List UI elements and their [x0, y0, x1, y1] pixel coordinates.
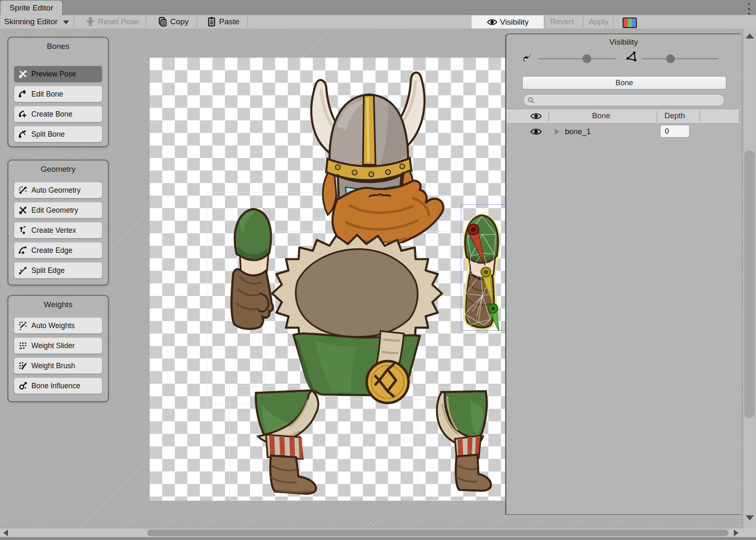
create-vertex-button[interactable]: Create Vertex	[14, 222, 102, 238]
kebab-menu-icon[interactable]	[746, 2, 752, 15]
tab-sprite-editor[interactable]: Sprite Editor	[0, 0, 63, 15]
bone-influence-label: Bone Influence	[31, 382, 80, 390]
auto-geometry-label: Auto Geometry	[31, 186, 81, 195]
search-input[interactable]	[537, 96, 720, 104]
preview-pose-icon	[18, 69, 28, 79]
weight-slider-icon	[18, 341, 28, 350]
mesh-opacity-slider-track[interactable]	[642, 58, 718, 59]
scroll-right-icon[interactable]	[734, 530, 738, 536]
split-bone-button[interactable]: Split Bone	[14, 126, 102, 142]
weights-panel-title: Weights	[14, 299, 102, 310]
auto-geometry-icon	[18, 186, 28, 195]
vertical-scrollbar[interactable]	[743, 28, 756, 528]
eye-icon	[487, 18, 498, 26]
sprite-canvas[interactable]	[150, 58, 505, 501]
split-bone-label: Split Bone	[31, 130, 65, 139]
mesh-opacity-icon	[625, 51, 638, 64]
person-icon	[86, 17, 95, 27]
scroll-left-icon[interactable]	[3, 530, 8, 536]
auto-geometry-button[interactable]: Auto Geometry	[14, 182, 102, 198]
bottom-strip	[0, 537, 756, 540]
copy-label: Copy	[170, 17, 189, 26]
auto-weights-icon	[18, 321, 28, 330]
preview-pose-button[interactable]: Preview Pose	[14, 66, 102, 82]
chevron-down-icon	[63, 20, 69, 24]
bone-opacity-slider-track[interactable]	[539, 58, 616, 59]
search-box[interactable]	[523, 94, 725, 106]
mode-dropdown[interactable]: Skinning Editor	[4, 15, 69, 28]
edit-bone-button[interactable]: Edit Bone	[14, 86, 102, 102]
weights-panel: Weights Auto Weights	[8, 295, 109, 402]
sprite-left-leg[interactable]	[249, 388, 335, 497]
bone-influence-icon	[18, 381, 28, 390]
bones-panel: Bones Preview Pose Edit	[8, 37, 109, 147]
toolbar-separator	[583, 16, 583, 28]
create-edge-icon	[18, 246, 28, 255]
visibility-toggle-button[interactable]: Visibility	[472, 15, 544, 28]
auto-weights-button[interactable]: Auto Weights	[14, 318, 102, 334]
weight-brush-button[interactable]: Weight Brush	[14, 358, 102, 374]
split-edge-button[interactable]: Split Edge	[14, 262, 102, 278]
scroll-down-icon[interactable]	[746, 515, 754, 520]
blue-channel-icon	[632, 18, 636, 27]
toolbar: Skinning Editor Reset Pose Copy	[0, 15, 756, 29]
depth-input[interactable]	[660, 125, 690, 138]
bone-influence-button[interactable]: Bone Influence	[14, 378, 102, 394]
geometry-panel-title: Geometry	[14, 164, 102, 175]
create-bone-button[interactable]: Create Bone	[14, 106, 102, 122]
table-header: Bone Depth	[506, 109, 739, 124]
horizontal-scrollbar-thumb[interactable]	[147, 530, 728, 536]
weight-slider-button[interactable]: Weight Slider	[14, 338, 102, 354]
create-bone-label: Create Bone	[31, 110, 72, 119]
expand-triangle-icon[interactable]	[555, 128, 559, 135]
apply-button[interactable]: Apply	[589, 15, 609, 28]
toolbar-separator	[197, 16, 197, 28]
red-channel-icon	[623, 18, 628, 27]
bone-opacity-slider-knob[interactable]	[582, 54, 591, 63]
sprite-arm-skinned[interactable]	[458, 211, 505, 332]
split-bone-icon	[18, 130, 28, 139]
sprite-head-helmet[interactable]	[288, 64, 451, 243]
toolbar-separator	[146, 16, 146, 28]
weight-brush-icon	[18, 361, 28, 370]
split-edge-icon	[18, 266, 28, 275]
edit-bone-label: Edit Bone	[31, 90, 63, 99]
bone-column-header[interactable]: Bone	[592, 111, 610, 120]
sprite-torso[interactable]	[268, 231, 448, 406]
copy-icon	[158, 17, 167, 27]
reset-pose-button[interactable]: Reset Pose	[86, 15, 139, 28]
edit-geometry-button[interactable]: Edit Geometry	[14, 202, 102, 218]
tab-title: Sprite Editor	[10, 3, 54, 13]
create-edge-label: Create Edge	[31, 246, 72, 255]
mode-dropdown-label: Skinning Editor	[4, 17, 58, 26]
revert-button[interactable]: Revert	[550, 15, 574, 28]
bones-panel-title: Bones	[14, 41, 102, 52]
paste-button[interactable]: Paste	[207, 15, 240, 28]
split-edge-label: Split Edge	[31, 266, 65, 275]
copy-button[interactable]: Copy	[158, 15, 189, 28]
bone-category-button[interactable]: Bone	[522, 76, 726, 89]
color-channels-button[interactable]	[623, 18, 637, 28]
paste-icon	[207, 17, 216, 27]
sprite-right-leg[interactable]	[429, 389, 493, 494]
toolbar-separator	[613, 16, 613, 28]
reset-pose-label: Reset Pose	[98, 17, 139, 26]
create-edge-button[interactable]: Create Edge	[14, 242, 102, 258]
weight-slider-label: Weight Slider	[31, 341, 75, 350]
vertical-scrollbar-thumb[interactable]	[744, 150, 755, 418]
depth-column-header[interactable]: Depth	[664, 111, 685, 120]
horizontal-scrollbar[interactable]	[0, 528, 743, 537]
search-icon	[528, 97, 534, 104]
row-visibility-eye-icon[interactable]	[530, 127, 542, 136]
edit-geometry-label: Edit Geometry	[31, 206, 78, 215]
eye-column-icon[interactable]	[530, 112, 542, 120]
toolbar-separator	[544, 16, 545, 28]
bone-opacity-icon	[521, 51, 533, 63]
weight-brush-label: Weight Brush	[31, 362, 75, 370]
bone-name: bone_1	[565, 127, 591, 136]
mesh-opacity-slider-knob[interactable]	[666, 54, 675, 63]
scroll-up-icon[interactable]	[746, 33, 754, 38]
visibility-panel-title: Visibility	[506, 38, 741, 47]
table-row-bone-1[interactable]: bone_1	[506, 123, 739, 140]
scrollbar-corner	[743, 528, 756, 537]
